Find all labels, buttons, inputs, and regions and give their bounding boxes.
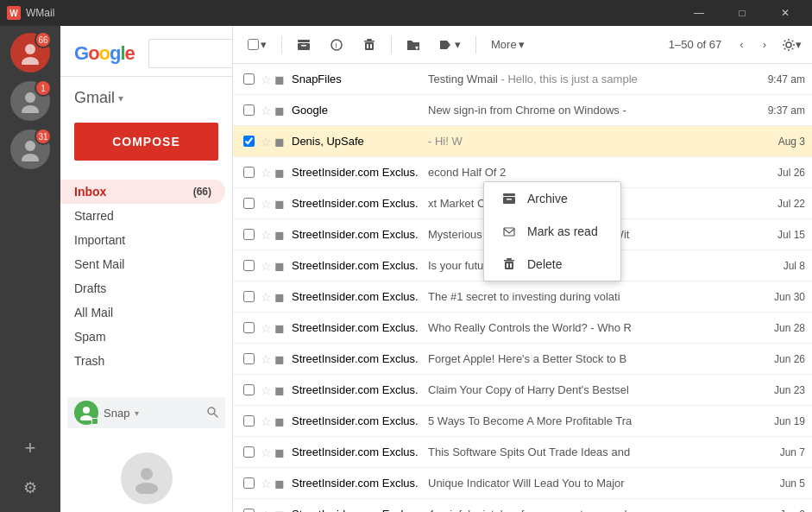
- row-star[interactable]: ☆: [257, 321, 274, 335]
- row-checkbox[interactable]: [240, 291, 257, 302]
- account-avatar-3[interactable]: 31: [10, 130, 50, 169]
- svg-rect-47: [503, 193, 515, 196]
- archive-button[interactable]: [289, 32, 318, 58]
- row-sender: StreetInsider.com Exclus.: [292, 197, 421, 210]
- row-star[interactable]: ☆: [257, 259, 274, 273]
- row-checkbox-2[interactable]: [240, 104, 257, 116]
- hangouts-search: Snap ▾: [67, 397, 225, 428]
- row-checkbox[interactable]: [240, 167, 257, 178]
- row-checkbox[interactable]: [240, 229, 257, 240]
- svg-text:▾: ▾: [415, 44, 419, 52]
- sidebar-item-inbox[interactable]: Inbox (66): [60, 180, 225, 204]
- email-row[interactable]: ☆ ◼ StreetInsider.com Exclus. Who Really…: [233, 313, 812, 344]
- row-star[interactable]: ☆: [257, 352, 274, 366]
- gmail-label[interactable]: Gmail ▾: [60, 82, 232, 114]
- hangouts-search-icon[interactable]: [206, 406, 218, 420]
- sidebar-item-trash[interactable]: Trash: [60, 349, 225, 373]
- row-star[interactable]: ☆: [257, 383, 274, 397]
- next-page-button[interactable]: ›: [755, 32, 774, 57]
- row-star-3[interactable]: ☆: [257, 135, 274, 149]
- row-checkbox[interactable]: [240, 509, 257, 512]
- row-star[interactable]: ☆: [257, 290, 274, 304]
- account-avatar-2[interactable]: 1: [10, 81, 50, 121]
- row-star-1[interactable]: ☆: [257, 73, 274, 86]
- email-row[interactable]: ☆ ◼ StreetInsider.com Exclus. Forget App…: [233, 344, 812, 375]
- row-folder: ◼: [274, 352, 292, 366]
- svg-rect-27: [298, 40, 310, 42]
- svg-rect-49: [507, 199, 512, 200]
- row-star[interactable]: ☆: [257, 228, 274, 242]
- svg-rect-33: [364, 41, 375, 42]
- move-to-button[interactable]: ▾: [399, 32, 428, 58]
- row-star[interactable]: ☆: [257, 197, 274, 211]
- more-button[interactable]: More ▾: [483, 32, 532, 57]
- email-row[interactable]: ☆ ◼ StreetInsider.com Exclus. The #1 sec…: [233, 281, 812, 313]
- email-row[interactable]: ☆ ◼ StreetInsider.com Exclus. 4 painful …: [233, 499, 812, 512]
- inbox-label: Inbox: [74, 185, 106, 199]
- close-button[interactable]: ✕: [765, 0, 805, 26]
- svg-rect-36: [370, 44, 372, 48]
- email-row[interactable]: ☆ ◼ Denis, UpSafe - Hi! W Aug 3: [233, 126, 812, 157]
- settings-icon[interactable]: ⚙: [15, 472, 46, 503]
- minimize-button[interactable]: —: [679, 0, 719, 26]
- row-folder-1: ◼: [274, 73, 292, 86]
- email-row[interactable]: ☆ ◼ StreetInsider.com Exclus. Claim Your…: [233, 375, 812, 406]
- sidebar-item-spam[interactable]: Spam: [60, 325, 225, 349]
- sidebar-item-sent[interactable]: Sent Mail: [60, 252, 225, 276]
- sidebar-item-all[interactable]: All Mail: [60, 300, 225, 325]
- add-account-button[interactable]: +: [15, 433, 46, 464]
- row-checkbox[interactable]: [240, 260, 257, 271]
- row-checkbox[interactable]: [240, 384, 257, 395]
- context-archive[interactable]: Archive: [484, 182, 620, 215]
- maximize-button[interactable]: □: [722, 0, 762, 26]
- context-menu: Archive Mark as read Delete: [483, 181, 621, 281]
- row-star[interactable]: ☆: [257, 414, 274, 428]
- context-delete[interactable]: Delete: [484, 248, 620, 281]
- row-folder: ◼: [274, 259, 292, 273]
- context-mark-read[interactable]: Mark as read: [484, 215, 620, 248]
- compose-button[interactable]: COMPOSE: [74, 123, 218, 161]
- inbox-count: (66): [193, 186, 211, 198]
- toolbar-settings-button[interactable]: ▾: [777, 31, 805, 59]
- email-row[interactable]: ☆ ◼ Google New sign-in from Chrome on Wi…: [233, 95, 812, 126]
- row-star[interactable]: ☆: [257, 508, 274, 513]
- prev-page-button[interactable]: ‹: [732, 32, 751, 57]
- select-dropdown-icon[interactable]: ▾: [261, 38, 267, 51]
- email-row[interactable]: ☆ ◼ StreetInsider.com Exclus. This Softw…: [233, 437, 812, 468]
- row-subject: Forget Apple! Here's a Better Stock to B: [428, 352, 753, 365]
- sidebar-item-drafts[interactable]: Drafts: [60, 276, 225, 300]
- row-folder: ◼: [274, 508, 292, 513]
- select-all-checkbox[interactable]: [248, 39, 259, 50]
- row-subject: 4 painful mistakes for your nest egg and: [428, 508, 753, 512]
- sidebar-item-important[interactable]: Important: [60, 228, 225, 252]
- row-star[interactable]: ☆: [257, 166, 274, 180]
- select-all-button[interactable]: ▾: [240, 32, 274, 57]
- row-star[interactable]: ☆: [257, 446, 274, 459]
- row-checkbox[interactable]: [240, 477, 257, 489]
- row-checkbox-1[interactable]: [240, 73, 257, 85]
- email-row[interactable]: ☆ ◼ StreetInsider.com Exclus. Unique Ind…: [233, 468, 812, 499]
- email-row[interactable]: ☆ ◼ SnapFiles Testing Wmail - Hello, thi…: [233, 64, 812, 95]
- row-checkbox[interactable]: [240, 198, 257, 209]
- row-star-2[interactable]: ☆: [257, 104, 274, 117]
- row-checkbox[interactable]: [240, 446, 257, 458]
- svg-point-18: [83, 407, 90, 414]
- label-dropdown-icon[interactable]: ▾: [455, 38, 461, 51]
- app-title: WMail: [26, 7, 679, 19]
- label-button[interactable]: ▾: [431, 32, 469, 58]
- row-checkbox[interactable]: [240, 322, 257, 333]
- svg-point-43: [784, 40, 785, 41]
- delete-button[interactable]: [355, 32, 384, 58]
- email-row[interactable]: ☆ ◼ StreetInsider.com Exclus. 5 Ways To …: [233, 406, 812, 437]
- search-input[interactable]: [148, 39, 233, 68]
- sidebar-item-starred[interactable]: Starred: [60, 204, 225, 228]
- row-checkbox-3[interactable]: [240, 136, 257, 147]
- row-checkbox[interactable]: [240, 415, 257, 427]
- spam-button[interactable]: !: [322, 32, 351, 58]
- account-avatar-1[interactable]: 66: [10, 33, 50, 73]
- row-date: Jun 28: [753, 322, 805, 334]
- row-star[interactable]: ☆: [257, 477, 274, 490]
- row-date-1: 9:47 am: [753, 73, 805, 85]
- row-checkbox[interactable]: [240, 353, 257, 364]
- svg-rect-50: [504, 228, 514, 236]
